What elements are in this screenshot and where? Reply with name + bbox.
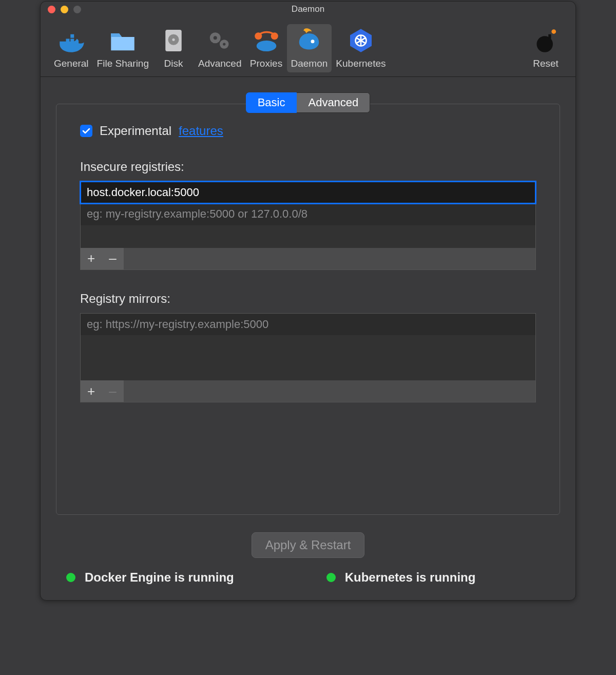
tab-basic[interactable]: Basic — [246, 92, 297, 113]
tab-label: Proxies — [250, 58, 282, 69]
tab-label: General — [54, 58, 89, 69]
zoom-icon — [73, 6, 81, 13]
daemon-icon — [295, 26, 323, 55]
svg-point-8 — [214, 36, 217, 40]
titlebar: Daemon — [41, 2, 575, 17]
list-spacer — [81, 335, 535, 380]
remove-registry-button[interactable]: – — [102, 248, 124, 269]
insecure-registries-section: Insecure registries: host.docker.local:5… — [80, 160, 536, 270]
folder-icon — [108, 26, 137, 55]
tab-general[interactable]: General — [50, 24, 93, 72]
tab-kubernetes[interactable]: Kubernetes — [332, 24, 390, 72]
svg-point-5 — [172, 38, 175, 41]
kubernetes-icon — [346, 26, 375, 55]
remove-mirror-button: – — [102, 380, 124, 402]
insecure-registries-label: Insecure registries: — [80, 160, 536, 174]
registry-mirror-placeholder[interactable]: eg: https://my-registry.example:5000 — [81, 314, 535, 335]
window-title: Daemon — [41, 4, 575, 14]
tab-label: Daemon — [291, 58, 328, 69]
add-mirror-button[interactable]: + — [81, 380, 102, 402]
list-spacer — [81, 225, 535, 248]
tab-label: Disk — [164, 58, 183, 69]
svg-rect-2 — [70, 34, 74, 38]
kubernetes-status: Kubernetes is running — [326, 570, 476, 585]
svg-rect-20 — [548, 34, 551, 39]
apply-restart-button[interactable]: Apply & Restart — [252, 532, 365, 558]
docker-status-label: Docker Engine is running — [85, 570, 234, 585]
tab-disk[interactable]: Disk — [153, 24, 194, 72]
minimize-icon[interactable] — [61, 6, 68, 13]
preferences-window: Daemon General File Sharing Disk Ad — [40, 1, 576, 601]
disk-icon — [159, 26, 188, 55]
registry-mirrors-section: Registry mirrors: eg: https://my-registr… — [80, 292, 536, 402]
tab-label: File Sharing — [97, 58, 149, 69]
registry-mirrors-list: eg: https://my-registry.example:5000 + – — [80, 313, 536, 402]
tab-advanced[interactable]: Advanced — [194, 24, 246, 72]
docker-engine-status: Docker Engine is running — [66, 570, 234, 585]
svg-point-13 — [311, 40, 315, 43]
tab-label: Advanced — [198, 58, 242, 69]
daemon-tabs: Basic Advanced — [246, 92, 371, 113]
tab-label: Kubernetes — [336, 58, 386, 69]
insecure-registries-list: host.docker.local:5000 eg: my-registry.e… — [80, 181, 536, 270]
status-dot-icon — [326, 573, 336, 582]
tab-advanced[interactable]: Advanced — [297, 92, 370, 113]
close-icon[interactable] — [48, 6, 55, 13]
svg-point-10 — [256, 41, 276, 51]
insecure-registry-placeholder[interactable]: eg: my-registry.example:5000 or 127.0.0.… — [81, 203, 535, 225]
experimental-checkbox[interactable] — [80, 125, 92, 137]
features-link[interactable]: features — [179, 124, 223, 138]
window-controls — [41, 6, 81, 13]
proxy-icon — [252, 26, 281, 55]
reset-button[interactable]: Reset — [525, 24, 566, 72]
basic-panel: Experimental features Insecure registrie… — [56, 104, 560, 515]
insecure-registries-controls: + – — [81, 248, 535, 269]
status-bar: Docker Engine is running Kubernetes is r… — [41, 570, 575, 600]
insecure-registry-input[interactable]: host.docker.local:5000 — [81, 182, 535, 203]
experimental-row: Experimental features — [80, 124, 536, 138]
gears-icon — [205, 26, 234, 55]
tab-proxies[interactable]: Proxies — [246, 24, 287, 72]
whale-icon — [57, 26, 86, 55]
registry-mirrors-controls: + – — [81, 380, 535, 402]
status-dot-icon — [66, 573, 75, 582]
preferences-toolbar: General File Sharing Disk Advanced Proxi — [41, 17, 575, 77]
bomb-icon — [531, 26, 560, 55]
tab-daemon[interactable]: Daemon — [287, 24, 332, 72]
tab-label: Reset — [533, 58, 559, 69]
kubernetes-status-label: Kubernetes is running — [345, 570, 476, 585]
svg-point-21 — [551, 29, 556, 34]
svg-point-9 — [223, 43, 225, 45]
add-registry-button[interactable]: + — [81, 248, 102, 269]
tab-file-sharing[interactable]: File Sharing — [93, 24, 153, 72]
apply-wrap: Apply & Restart — [56, 525, 560, 570]
registry-mirrors-label: Registry mirrors: — [80, 292, 536, 306]
content-area: Basic Advanced Experimental features Ins… — [41, 77, 575, 570]
experimental-label: Experimental — [100, 124, 171, 138]
